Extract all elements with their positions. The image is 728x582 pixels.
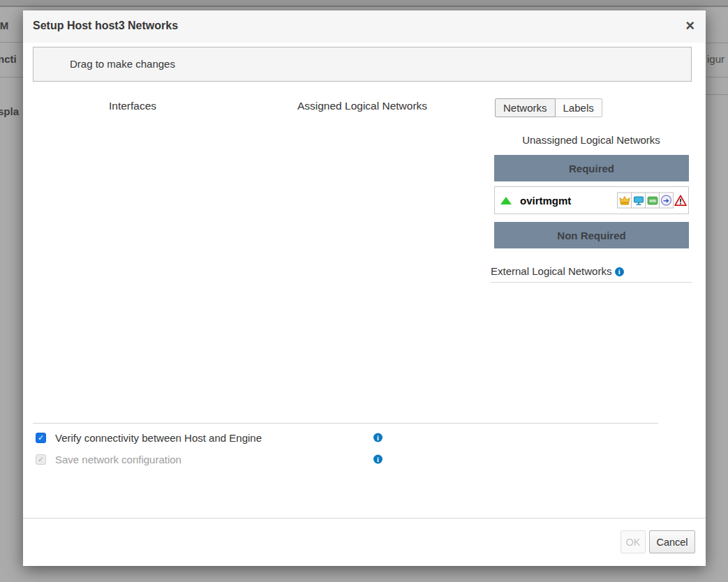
network-item-ovirtmgmt[interactable]: ovirtmgmt vm: [494, 186, 689, 214]
info-icon[interactable]: i: [373, 455, 382, 464]
required-group-header: Required: [494, 155, 689, 181]
external-networks-label: External Logical Networks: [491, 265, 611, 277]
options-divider: [33, 423, 658, 424]
setup-host-networks-dialog: Setup Host host3 Networks × Drag to make…: [23, 10, 706, 566]
background-divider: [0, 77, 23, 77]
background-divider: [706, 94, 728, 95]
tab-networks[interactable]: Networks: [495, 98, 556, 117]
background-text-fragment: spla: [0, 105, 19, 117]
display-icon: [631, 193, 646, 209]
tab-labels[interactable]: Labels: [556, 98, 602, 117]
non-required-group-header: Non Required: [494, 222, 689, 248]
background-text-fragment: igur: [707, 53, 725, 65]
network-name: ovirtmgmt: [520, 195, 571, 207]
svg-text:vm: vm: [649, 198, 656, 203]
info-icon[interactable]: i: [373, 433, 382, 442]
vm-network-icon: vm: [645, 193, 660, 209]
save-network-config-row: ✓ Save network configuration i: [36, 452, 181, 466]
dialog-footer: OK Cancel: [23, 518, 706, 566]
verify-connectivity-label: Verify connectivity between Host and Eng…: [55, 432, 262, 444]
save-network-config-label: Save network configuration: [55, 454, 181, 465]
close-icon[interactable]: ×: [685, 17, 694, 35]
interfaces-column-header: Interfaces: [109, 100, 156, 112]
cancel-button[interactable]: Cancel: [649, 530, 695, 553]
verify-connectivity-checkbox[interactable]: ✓: [36, 433, 46, 443]
drag-to-make-changes-banner: Drag to make changes: [33, 47, 692, 82]
dialog-header: Setup Host host3 Networks ×: [23, 10, 706, 43]
ok-button: OK: [621, 530, 646, 553]
dialog-title: Setup Host host3 Networks: [33, 20, 178, 32]
external-networks-row: External Logical Networks i: [491, 265, 624, 277]
assigned-networks-column-header: Assigned Logical Networks: [297, 100, 427, 112]
verify-connectivity-row: ✓ Verify connectivity between Host and E…: [36, 431, 262, 445]
background-divider: [706, 43, 728, 43]
network-role-icons: vm: [618, 193, 687, 209]
networks-labels-tab-group: Networks Labels: [495, 98, 602, 117]
migration-icon: [659, 193, 674, 209]
drag-up-arrow-icon: [500, 197, 512, 204]
background-text-fragment: ual M: [0, 20, 8, 31]
background-text-fragment: ncti: [0, 53, 17, 65]
info-icon[interactable]: i: [615, 267, 624, 276]
background-divider: [706, 77, 728, 77]
management-icon: [617, 193, 632, 209]
save-network-config-checkbox: ✓: [36, 454, 46, 465]
drag-banner-label: Drag to make changes: [70, 58, 175, 70]
unassigned-networks-title: Unassigned Logical Networks: [522, 134, 660, 146]
external-networks-divider: [491, 282, 692, 283]
alert-icon: [674, 193, 687, 209]
background-divider: [0, 42, 23, 43]
background-topbar: [0, 0, 728, 7]
